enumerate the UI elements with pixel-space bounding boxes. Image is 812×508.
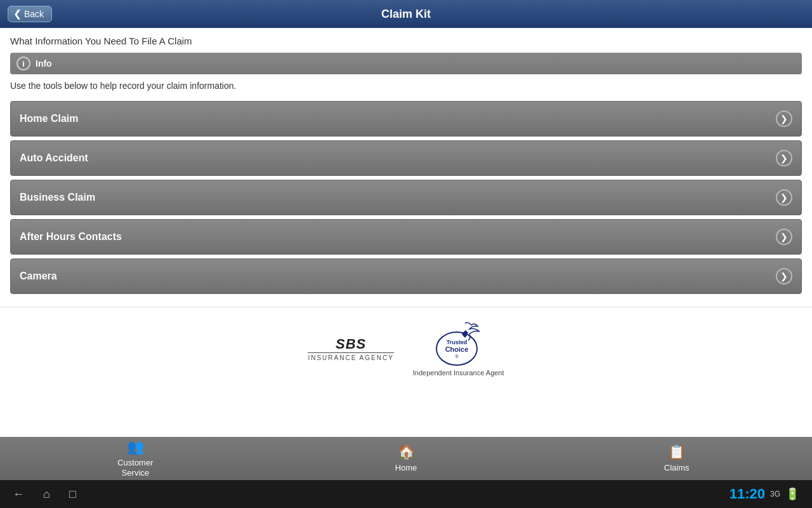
menu-item-chevron-business-claim: ❯	[776, 189, 792, 206]
tab-home[interactable]: 🏠 Home	[271, 437, 542, 480]
info-description: Use the tools below to help record your …	[10, 81, 802, 91]
svg-text:Choice: Choice	[445, 345, 468, 353]
info-bar-label: Info	[36, 58, 52, 69]
svg-text:®: ®	[455, 354, 459, 359]
system-status: 11:20 3G 🔋	[730, 486, 799, 502]
trusted-choice-badge: Trusted Choice ®	[430, 320, 487, 368]
menu-item-label-business-claim: Business Claim	[20, 192, 95, 203]
back-button[interactable]: ❮ Back	[8, 6, 52, 22]
system-network: 3G	[770, 490, 780, 498]
menu-item-business-claim[interactable]: Business Claim ❯	[10, 180, 802, 215]
menu-item-home-claim[interactable]: Home Claim ❯	[10, 101, 802, 137]
menu-item-after-hours-contacts[interactable]: After Hours Contacts ❯	[10, 219, 802, 255]
home-icon: 🏠	[398, 444, 415, 460]
menu-item-label-after-hours-contacts: After Hours Contacts	[20, 231, 122, 243]
menu-item-chevron-after-hours-contacts: ❯	[776, 229, 792, 245]
page-subtitle: What Information You Need To File A Clai…	[10, 36, 802, 46]
menu-item-camera[interactable]: Camera ❯	[10, 258, 802, 294]
menu-item-chevron-home-claim: ❯	[776, 110, 792, 127]
menu-item-chevron-auto-accident: ❯	[776, 150, 792, 166]
page-title: Claim Kit	[381, 8, 431, 21]
sbs-logo: SBS INSURANCE AGENCY	[308, 336, 393, 361]
system-time: 11:20	[730, 486, 765, 502]
customer-service-icon: 👥	[127, 439, 144, 455]
sbs-logo-subtitle: INSURANCE AGENCY	[308, 352, 393, 361]
tab-claims[interactable]: 📋 Claims	[541, 437, 812, 480]
home-label: Home	[395, 463, 417, 473]
menu-item-chevron-camera: ❯	[776, 268, 792, 284]
back-label: Back	[24, 9, 44, 19]
system-back-icon[interactable]: ←	[13, 488, 24, 501]
system-battery-icon: 🔋	[785, 487, 799, 501]
system-navigation: ← ⌂ □	[13, 488, 76, 501]
system-recent-icon[interactable]: □	[69, 488, 76, 501]
system-home-icon[interactable]: ⌂	[43, 488, 50, 501]
claims-icon: 📋	[668, 444, 685, 460]
info-bar: i Info	[10, 53, 802, 74]
menu-item-label-auto-accident: Auto Accident	[20, 152, 88, 164]
menu-item-label-camera: Camera	[20, 271, 57, 282]
logo-area: SBS INSURANCE AGENCY Trusted Choice ® In…	[0, 307, 812, 383]
customer-service-label: CustomerService	[117, 458, 153, 478]
menu-item-auto-accident[interactable]: Auto Accident ❯	[10, 140, 802, 176]
back-chevron-icon: ❮	[13, 9, 22, 19]
claims-label: Claims	[664, 463, 690, 473]
main-content: What Information You Need To File A Clai…	[0, 28, 812, 294]
menu-items-container: Home Claim ❯ Auto Accident ❯ Business Cl…	[10, 101, 802, 294]
sbs-logo-text: SBS	[308, 336, 393, 352]
top-navigation-bar: ❮ Back Claim Kit	[0, 0, 812, 28]
tab-customer-service[interactable]: 👥 CustomerService	[0, 437, 271, 480]
system-bar: ← ⌂ □ 11:20 3G 🔋	[0, 480, 812, 508]
bottom-tab-bar: 👥 CustomerService 🏠 Home 📋 Claims	[0, 437, 812, 480]
info-icon: i	[16, 57, 30, 70]
trusted-choice-tagline: Independent Insurance Agent	[413, 369, 504, 377]
trusted-choice-logo: Trusted Choice ® Independent Insurance A…	[413, 320, 504, 377]
menu-item-label-home-claim: Home Claim	[20, 113, 78, 124]
svg-text:Trusted: Trusted	[446, 339, 467, 345]
